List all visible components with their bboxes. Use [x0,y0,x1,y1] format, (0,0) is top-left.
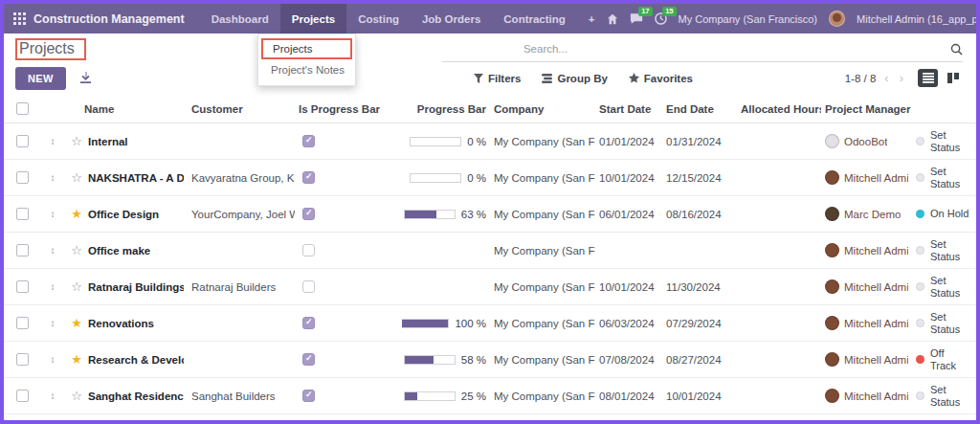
column-header-name[interactable]: Name [65,94,188,123]
project-name: Internal [88,136,128,147]
user-avatar[interactable] [829,11,845,27]
download-icon[interactable] [79,72,92,84]
column-header-progress-bar[interactable]: Progress Bar [402,94,490,123]
is-progress-bar-checkbox[interactable] [302,171,315,184]
status-label[interactable]: Set Status [930,166,970,190]
is-progress-bar-checkbox[interactable] [302,135,315,147]
select-all-checkbox[interactable] [16,102,29,115]
filters-button[interactable]: Filters [474,73,522,84]
status-dot-icon[interactable] [916,246,924,255]
column-header-company[interactable]: Company [490,94,595,123]
activities-clock-icon[interactable]: 15 [655,12,667,25]
company-cell: My Company (San Fra... [490,160,595,196]
customer-cell: Sanghat Builders [188,378,295,414]
row-select-checkbox[interactable] [16,280,29,293]
start-date-cell: 10/01/2024 [595,269,662,305]
favorite-star-icon[interactable]: ☆ [69,170,84,185]
nav-item--[interactable]: + [577,4,607,33]
search-bar[interactable]: Search... [442,36,963,62]
favorite-star-icon[interactable]: ☆ [69,243,84,257]
status-dot-icon[interactable] [916,137,924,145]
status-label[interactable]: Set Status [930,129,970,153]
list-view-button[interactable] [918,69,938,87]
is-progress-bar-checkbox[interactable] [302,244,315,257]
drag-handle-icon[interactable]: ↕ [40,123,65,160]
is-progress-bar-checkbox[interactable] [302,208,315,220]
row-select-checkbox[interactable] [16,208,29,220]
row-select-checkbox[interactable] [16,244,29,257]
column-header-is-progress-bar[interactable]: Is Progress Bar [295,94,402,123]
table-row[interactable]: ↕ ★ Renovations 100 % My Company (San Fr… [4,305,980,342]
status-dot-icon[interactable] [916,210,924,218]
group-by-button[interactable]: Group By [542,73,607,84]
drag-handle-icon[interactable]: ↕ [40,342,65,378]
drag-handle-icon[interactable]: ↕ [40,305,65,342]
table-row[interactable]: ↕ ☆ Internal 0 % My Company (San Fra... … [4,123,980,160]
row-select-checkbox[interactable] [16,171,29,184]
drag-handle-icon[interactable]: ↕ [40,378,65,414]
status-label[interactable]: Off Track [930,347,970,371]
dropdown-item[interactable]: Project's Notes [258,59,355,80]
status-dot-icon[interactable] [916,355,924,364]
drag-handle-icon[interactable]: ↕ [40,233,65,269]
favorite-star-icon[interactable]: ★ [69,207,84,221]
new-button[interactable]: NEW [15,67,66,90]
nav-item-projects[interactable]: Projects [280,4,346,33]
optional-columns-icon[interactable] [976,94,980,123]
status-dot-icon[interactable] [916,173,924,182]
row-select-checkbox[interactable] [16,135,29,147]
table-row[interactable]: ↕ ☆ NAKSHATRA - A DISTI... Kavyaratna Gr… [4,160,980,196]
nav-item-dashboard[interactable]: Dashboard [200,4,280,33]
favorite-star-icon[interactable]: ☆ [69,134,84,148]
is-progress-bar-checkbox[interactable] [302,390,315,402]
row-select-checkbox[interactable] [16,317,29,329]
search-icon[interactable] [950,43,963,56]
drag-handle-icon[interactable]: ↕ [40,269,65,305]
status-dot-icon[interactable] [916,282,924,291]
nav-item-job-orders[interactable]: Job Orders [411,4,492,33]
nav-item-contracting[interactable]: Contracting [492,4,577,33]
dropdown-item[interactable]: Projects [261,38,352,59]
row-select-checkbox[interactable] [16,353,29,366]
favorite-star-icon[interactable]: ☆ [69,279,84,294]
is-progress-bar-checkbox[interactable] [302,353,315,366]
app-title[interactable]: Construction Management [33,12,185,26]
table-row[interactable]: ↕ ☆ Office make My Company (San Fra... M… [4,233,980,269]
drag-handle-icon[interactable]: ↕ [40,196,65,233]
pager-next-icon[interactable]: › [898,71,905,85]
pager-previous-icon[interactable]: ‹ [882,71,890,85]
nav-item-costing[interactable]: Costing [346,4,411,33]
table-row[interactable]: ↕ ☆ Sanghat Residency Sanghat Builders 2… [4,378,980,414]
company-switcher[interactable]: My Company (San Francisco) [679,13,818,25]
favorites-button[interactable]: Favorites [629,73,693,84]
column-header-allocated-hours[interactable]: Allocated Hours [737,94,821,123]
status-label[interactable]: Set Status [930,238,970,262]
home-icon[interactable] [607,13,618,25]
user-menu[interactable]: Mitchell Admin (16_app_pways_const... [857,13,980,25]
is-progress-bar-checkbox[interactable] [302,280,315,293]
drag-handle-icon[interactable]: ↕ [40,160,65,196]
messages-icon[interactable]: 17 [630,12,643,25]
favorite-star-icon[interactable]: ☆ [69,389,84,403]
status-label[interactable]: Set Status [930,311,970,335]
column-header-end-date[interactable]: End Date [662,94,737,123]
progress-percent: 0 % [467,172,486,184]
manager-name: Marc Demo [844,209,901,220]
favorite-star-icon[interactable]: ★ [69,316,84,330]
column-header-customer[interactable]: Customer [188,94,295,123]
table-row[interactable]: ↕ ☆ Ratnaraj Buildings Ratnaraj Builders… [4,269,980,305]
table-row[interactable]: ↕ ★ Office Design YourCompany, Joel Wi..… [4,196,980,233]
status-label[interactable]: Set Status [930,384,970,408]
status-dot-icon[interactable] [916,391,924,400]
kanban-view-button[interactable] [943,69,963,87]
column-header-project-manager[interactable]: Project Manager [821,94,912,123]
favorite-star-icon[interactable]: ★ [69,352,84,367]
is-progress-bar-checkbox[interactable] [302,317,315,329]
status-label[interactable]: Set Status [930,275,970,299]
row-select-checkbox[interactable] [16,390,29,402]
apps-grid-icon[interactable] [13,12,26,25]
column-header-start-date[interactable]: Start Date [595,94,662,123]
status-dot-icon[interactable] [916,319,924,327]
status-label[interactable]: On Hold [930,208,970,220]
table-row[interactable]: ↕ ★ Research & Developm... 58 % My Compa… [4,342,980,378]
